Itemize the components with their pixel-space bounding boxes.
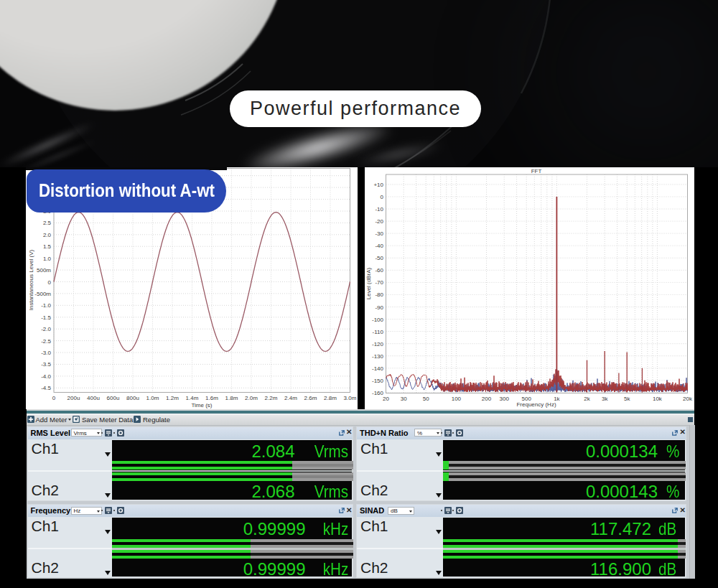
- svg-text:-90: -90: [375, 304, 383, 311]
- svg-text:-20: -20: [375, 218, 383, 225]
- svg-text:2.8m: 2.8m: [324, 395, 337, 401]
- svg-text:Time (s): Time (s): [191, 402, 212, 409]
- svg-text:-1.5: -1.5: [41, 314, 51, 321]
- svg-text:Instantaneous Level (V): Instantaneous Level (V): [28, 249, 34, 310]
- svg-text:-2.0: -2.0: [41, 326, 51, 332]
- svg-text:-100: -100: [372, 317, 384, 323]
- svg-text:+10: +10: [373, 182, 383, 188]
- svg-text:400u: 400u: [87, 395, 100, 401]
- svg-text:0: 0: [52, 395, 56, 401]
- svg-text:Frequency (Hz): Frequency (Hz): [516, 401, 556, 408]
- svg-text:300: 300: [500, 396, 510, 402]
- svg-text:1.2m: 1.2m: [166, 395, 179, 401]
- svg-text:-130: -130: [372, 353, 384, 360]
- svg-text:3.0m: 3.0m: [344, 395, 357, 401]
- svg-text:-60: -60: [375, 267, 383, 274]
- svg-text:-80: -80: [375, 291, 383, 298]
- svg-text:2k: 2k: [584, 396, 590, 402]
- svg-text:2.6m: 2.6m: [304, 395, 317, 401]
- svg-text:-150: -150: [372, 378, 384, 384]
- svg-text:-40: -40: [375, 243, 383, 249]
- svg-text:-500m: -500m: [34, 291, 51, 297]
- svg-text:1.0m: 1.0m: [146, 395, 159, 401]
- svg-text:5k: 5k: [624, 396, 630, 402]
- svg-text:10k: 10k: [653, 396, 663, 402]
- svg-text:1.8m: 1.8m: [225, 395, 238, 401]
- svg-text:2.4m: 2.4m: [284, 395, 297, 401]
- svg-text:-10: -10: [375, 206, 383, 213]
- svg-text:500m: 500m: [37, 267, 51, 274]
- svg-text:-50: -50: [375, 255, 383, 261]
- svg-text:100: 100: [452, 396, 462, 402]
- svg-text:20k: 20k: [683, 396, 693, 402]
- svg-text:0: 0: [381, 194, 384, 200]
- svg-text:1.0: 1.0: [43, 256, 52, 262]
- svg-text:Level (dBrA): Level (dBrA): [365, 267, 372, 299]
- svg-text:1.5: 1.5: [43, 243, 52, 250]
- svg-text:-110: -110: [373, 329, 384, 335]
- svg-text:-30: -30: [375, 230, 383, 237]
- svg-text:-4.0: -4.0: [41, 373, 51, 380]
- svg-text:50: 50: [423, 396, 429, 402]
- svg-text:200: 200: [482, 396, 492, 402]
- svg-text:1.4m: 1.4m: [186, 395, 199, 401]
- svg-text:-2.5: -2.5: [41, 338, 51, 345]
- svg-text:-3.0: -3.0: [41, 350, 51, 356]
- svg-text:FFT: FFT: [531, 168, 542, 174]
- svg-text:2.0: 2.0: [43, 232, 52, 238]
- svg-text:-140: -140: [372, 365, 384, 372]
- svg-text:-3.5: -3.5: [41, 361, 51, 368]
- svg-text:-120: -120: [372, 341, 384, 347]
- svg-text:20: 20: [383, 396, 389, 402]
- svg-text:-1.0: -1.0: [41, 302, 51, 309]
- svg-text:2.2m: 2.2m: [265, 395, 278, 401]
- svg-text:1.6m: 1.6m: [205, 395, 218, 401]
- svg-text:-70: -70: [375, 279, 383, 286]
- svg-text:2.5: 2.5: [43, 220, 52, 226]
- svg-text:600u: 600u: [107, 395, 120, 401]
- svg-text:0: 0: [48, 279, 52, 286]
- svg-text:30: 30: [401, 396, 407, 402]
- svg-text:-4.5: -4.5: [41, 385, 51, 391]
- svg-text:800u: 800u: [126, 395, 139, 401]
- svg-text:200u: 200u: [67, 395, 80, 401]
- svg-text:3k: 3k: [602, 396, 608, 402]
- svg-text:2.0m: 2.0m: [245, 395, 258, 401]
